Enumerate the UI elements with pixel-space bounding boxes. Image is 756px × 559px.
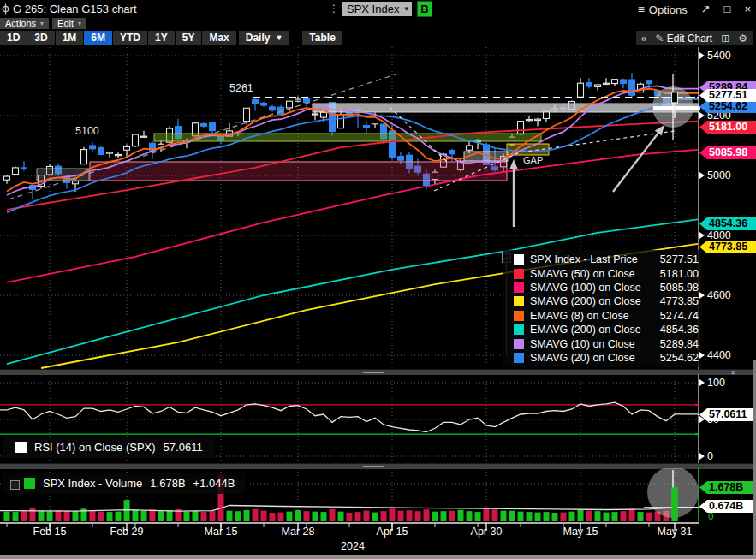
legend-swatch bbox=[514, 311, 524, 321]
chart-window: G 265: Clean G153 chart ⋮ SPX Index ▾ B … bbox=[0, 0, 756, 559]
chart-grid-icon[interactable]: ⊞ bbox=[721, 33, 729, 45]
legend: SPX Index - Last Price5277.51SMAVG (50) … bbox=[503, 250, 702, 367]
edit-chart-button[interactable]: ✎ Edit Chart bbox=[655, 33, 712, 45]
rsi-line bbox=[0, 402, 699, 431]
legend-name: SMAVG (100) on Close bbox=[530, 282, 660, 294]
x-axis bbox=[0, 521, 756, 559]
legend-value: 4854.36 bbox=[660, 324, 699, 336]
legend-row[interactable]: SMAVG (20) on Close5254.62 bbox=[514, 351, 699, 365]
legend-name: EMAVG (8) on Close bbox=[530, 310, 660, 322]
legend-expander-icon[interactable]: − bbox=[502, 253, 511, 263]
legend-row[interactable]: EMAVG (200) on Close4854.36 bbox=[514, 323, 699, 336]
security-field[interactable]: SPX Index ▾ bbox=[342, 2, 412, 16]
annotation-arrow bbox=[613, 131, 660, 192]
volume-chart[interactable] bbox=[0, 468, 756, 521]
sma20-line bbox=[7, 99, 699, 212]
chevron-down-icon: ▾ bbox=[78, 18, 81, 29]
hamburger-icon: ≡ bbox=[638, 3, 645, 16]
window-title: G 265: Clean G153 chart bbox=[13, 3, 137, 15]
close-icon[interactable]: × bbox=[744, 3, 751, 15]
legend-value: 5254.62 bbox=[660, 352, 699, 364]
legend-expander-icon: − bbox=[10, 480, 20, 490]
legend-row[interactable]: SMAVG (10) on Close5289.84 bbox=[514, 336, 699, 350]
legend-value: 5181.00 bbox=[660, 268, 699, 280]
menu-row: Actions▾ Edit▾ bbox=[0, 18, 756, 30]
legend-value: 5274.74 bbox=[660, 310, 699, 322]
legend-value: 4773.85 bbox=[660, 295, 699, 307]
period-6m[interactable]: 6M bbox=[84, 31, 112, 45]
pencil-icon: ✎ bbox=[655, 33, 664, 45]
collapse-icon[interactable]: « bbox=[641, 33, 647, 45]
title-bar: G 265: Clean G153 chart ⋮ SPX Index ▾ B … bbox=[0, 0, 756, 18]
table-button[interactable]: Table bbox=[302, 31, 342, 45]
legend-name: SMAVG (20) on Close bbox=[530, 352, 660, 364]
actions-menu-button[interactable]: Actions▾ bbox=[0, 18, 49, 29]
period-1d[interactable]: 1D bbox=[0, 31, 27, 45]
frequency-button[interactable]: Daily▼ bbox=[239, 31, 290, 45]
period-1y[interactable]: 1Y bbox=[148, 31, 175, 45]
rsi-chart[interactable] bbox=[0, 374, 756, 463]
popout-icon[interactable]: ↗ bbox=[701, 3, 711, 15]
options-menu[interactable]: ≡Options bbox=[638, 3, 688, 16]
legend-swatch bbox=[514, 254, 524, 265]
grey-resistance-band bbox=[313, 104, 699, 112]
legend-name: SMAVG (50) on Close bbox=[530, 268, 660, 280]
legend-swatch bbox=[514, 324, 524, 335]
gear-icon[interactable]: ⚙ bbox=[738, 33, 747, 45]
legend-swatch bbox=[514, 282, 524, 293]
period-3d[interactable]: 3D bbox=[27, 31, 54, 45]
legend-swatch bbox=[514, 269, 524, 279]
legend-value: 5085.98 bbox=[660, 282, 699, 294]
legend-row[interactable]: SPX Index - Last Price5277.51 bbox=[514, 253, 699, 266]
chevron-down-icon: ▾ bbox=[404, 2, 408, 16]
window-edge bbox=[753, 360, 756, 559]
period-ytd[interactable]: YTD bbox=[113, 31, 147, 45]
edit-menu-button[interactable]: Edit▾ bbox=[52, 18, 86, 29]
legend-row[interactable]: SMAVG (50) on Close5181.00 bbox=[514, 266, 699, 280]
legend-swatch bbox=[514, 296, 524, 306]
period-max[interactable]: Max bbox=[202, 31, 235, 45]
legend-row[interactable]: SMAVG (200) on Close4773.85 bbox=[514, 294, 699, 308]
kebab-icon[interactable]: ⋮ bbox=[329, 3, 339, 15]
security-name: SPX Index bbox=[347, 2, 399, 16]
small-grey-box bbox=[464, 152, 508, 161]
legend-value: 5289.84 bbox=[660, 338, 699, 350]
maximize-icon[interactable]: □ bbox=[724, 3, 731, 15]
chevron-down-icon: ▼ bbox=[275, 31, 283, 45]
legend-name: SPX Index - Last Price bbox=[530, 253, 660, 265]
legend-name: SMAVG (10) on Close bbox=[530, 338, 660, 350]
legend-name: EMAVG (200) on Close bbox=[530, 324, 660, 336]
period-1m[interactable]: 1M bbox=[56, 31, 84, 45]
legend-row[interactable]: EMAVG (8) on Close5274.74 bbox=[514, 309, 699, 323]
window-edge bbox=[0, 555, 756, 559]
red-support-band bbox=[90, 162, 507, 181]
security-badge[interactable]: B bbox=[417, 1, 432, 17]
legend-row[interactable]: SMAVG (100) on Close5085.98 bbox=[514, 281, 699, 294]
legend-name: SMAVG (200) on Close bbox=[530, 295, 660, 307]
legend-swatch bbox=[514, 339, 524, 349]
legend-swatch bbox=[514, 353, 524, 363]
volume-average-line bbox=[0, 506, 698, 512]
chevron-down-icon: ▾ bbox=[40, 18, 44, 29]
period-5y[interactable]: 5Y bbox=[176, 31, 202, 45]
chart-tools: « ✎ Edit Chart ⊞ ⚙ bbox=[636, 31, 753, 45]
legend-value: 5277.51 bbox=[660, 253, 699, 265]
